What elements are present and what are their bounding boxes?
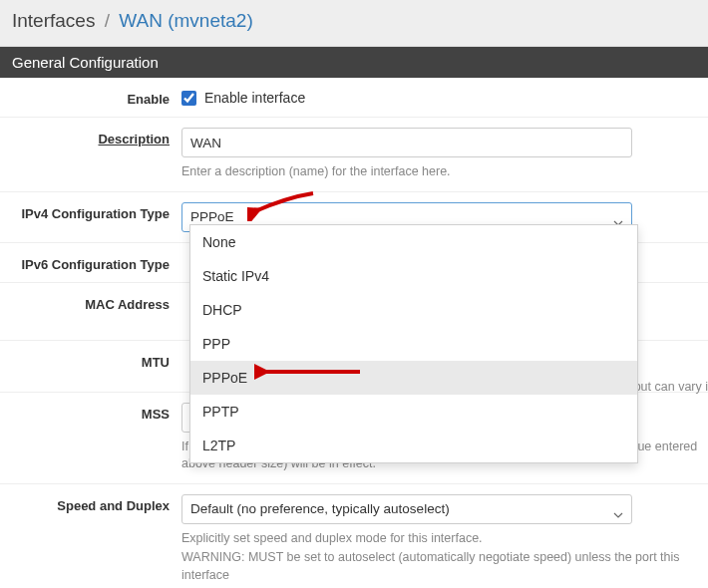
annotation-arrow-2 [254, 363, 364, 381]
description-help: Enter a description (name) for the inter… [181, 163, 698, 181]
dropdown-item-none[interactable]: None [190, 225, 637, 259]
label-mtu: MTU [0, 351, 181, 370]
dropdown-item-ppp[interactable]: PPP [190, 327, 637, 361]
row-enable: Enable Enable interface [0, 78, 708, 118]
label-description: Description [0, 128, 181, 147]
annotation-arrow-1 [247, 187, 317, 221]
dropdown-item-l2tp[interactable]: L2TP [190, 429, 637, 462]
label-speed: Speed and Duplex [0, 494, 181, 513]
speed-select[interactable]: Default (no preference, typically autose… [181, 494, 632, 524]
enable-checkbox-wrap[interactable]: Enable interface [181, 88, 698, 106]
breadcrumb-leaf[interactable]: WAN (mvneta2) [119, 10, 252, 31]
breadcrumb-separator: / [105, 10, 110, 31]
speed-help-2: WARNING: MUST be set to autoselect (auto… [181, 549, 698, 584]
dropdown-item-pptp[interactable]: PPTP [190, 395, 637, 429]
breadcrumb-root[interactable]: Interfaces [12, 10, 95, 31]
ipv4-type-dropdown: None Static IPv4 DHCP PPP PPPoE PPTP L2T… [189, 224, 638, 463]
label-mss: MSS [0, 403, 181, 422]
enable-checkbox[interactable] [181, 91, 196, 106]
dropdown-item-dhcp[interactable]: DHCP [190, 293, 637, 327]
mtu-help-fragment: but can vary i [634, 379, 708, 397]
label-mac: MAC Address [0, 293, 181, 312]
enable-checkbox-label: Enable interface [204, 90, 305, 106]
label-enable: Enable [0, 88, 181, 107]
row-description: Description Enter a description (name) f… [0, 118, 708, 192]
chevron-down-icon [613, 506, 623, 521]
label-ipv6-type: IPv6 Configuration Type [0, 253, 181, 272]
row-speed: Speed and Duplex Default (no preference,… [0, 484, 708, 589]
breadcrumb: Interfaces / WAN (mvneta2) [0, 0, 708, 47]
speed-select-value: Default (no preference, typically autose… [190, 501, 450, 516]
label-ipv4-type: IPv4 Configuration Type [0, 202, 181, 221]
description-input[interactable] [181, 128, 632, 157]
dropdown-item-static-ipv4[interactable]: Static IPv4 [190, 259, 637, 293]
speed-help-1: Explicitly set speed and duplex mode for… [181, 530, 698, 548]
section-header: General Configuration [0, 47, 708, 78]
